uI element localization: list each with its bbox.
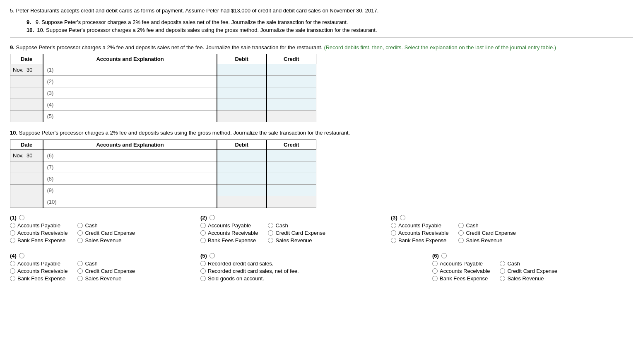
radio-4-main[interactable] [19, 253, 24, 258]
debit-cell-2[interactable] [217, 76, 267, 87]
radio-bank-fees-3[interactable] [391, 238, 396, 243]
radio-credit-card-expense-3[interactable] [458, 230, 464, 236]
debit-cell-4[interactable] [217, 99, 267, 111]
debit-input-1[interactable] [217, 64, 266, 75]
explanation-cell-5[interactable]: (5) [43, 111, 217, 122]
radio-cash-6[interactable] [500, 261, 505, 266]
credit-input-7[interactable] [267, 162, 316, 173]
credit-cell-2[interactable] [267, 76, 316, 87]
debit-cell-9[interactable] [217, 184, 267, 196]
credit-cell-9[interactable] [267, 184, 316, 196]
table-row: (5) [10, 111, 316, 122]
debit-cell-3[interactable] [217, 87, 267, 99]
debit-input-9[interactable] [217, 185, 266, 196]
radio-2-main[interactable] [210, 215, 215, 220]
radio-accounts-payable-2[interactable] [200, 223, 206, 228]
credit-input-1[interactable] [267, 64, 316, 75]
explanation-cell-2[interactable]: (2) [43, 76, 217, 87]
credit-cell-6[interactable] [267, 149, 316, 161]
radio-row: Credit Card Expense [268, 230, 325, 236]
debit-cell-8[interactable] [217, 173, 267, 184]
explanation-cell-6[interactable]: (6) [43, 149, 217, 161]
credit-input-4[interactable] [267, 99, 316, 110]
radio-sales-revenue-2[interactable] [268, 238, 273, 243]
entry-label-5: (5) [45, 112, 55, 120]
radio-sales-revenue-4[interactable] [77, 276, 83, 281]
explanation-cell-8[interactable]: (8) [43, 173, 217, 184]
debit-input-7[interactable] [217, 162, 266, 173]
problem-text: Peter Restaurants accepts credit and deb… [16, 7, 378, 14]
debit-input-4[interactable] [217, 99, 266, 110]
radio-label: Cash [85, 260, 97, 267]
radio-bank-fees-2[interactable] [200, 238, 206, 243]
radio-credit-card-expense-1[interactable] [77, 230, 83, 236]
radio-label: Bank Fees Expense [398, 237, 446, 243]
radio-credit-card-expense-6[interactable] [500, 268, 505, 274]
debit-input-6[interactable] [217, 150, 266, 161]
section9-label: 9. Suppose Peter's processor charges a 2… [10, 43, 633, 52]
explanation-cell-7[interactable]: (7) [43, 161, 217, 173]
radio-row: Sales Revenue [268, 237, 325, 243]
radio-label: Credit Card Expense [275, 230, 325, 236]
credit-cell-8[interactable] [267, 173, 316, 184]
credit-input-2[interactable] [267, 76, 316, 87]
radio-cash-4[interactable] [77, 261, 83, 266]
credit-input-6[interactable] [267, 150, 316, 161]
explanation-cell-3[interactable]: (3) [43, 87, 217, 99]
date-cell-7 [10, 161, 43, 173]
radio-accounts-receivable-6[interactable] [432, 268, 438, 274]
credit-input-8[interactable] [267, 173, 316, 184]
credit-input-3[interactable] [267, 87, 316, 99]
debit-cell-6[interactable] [217, 149, 267, 161]
radio-accounts-payable-1[interactable] [10, 223, 15, 228]
radio-cash-3[interactable] [458, 223, 464, 228]
credit-cell-1[interactable] [267, 64, 316, 76]
radio-row: Cash [77, 260, 135, 267]
explanation-cell-4[interactable]: (4) [43, 99, 217, 111]
radio-accounts-receivable-4[interactable] [10, 268, 15, 274]
radio-5-main[interactable] [210, 253, 215, 258]
radio-row: Bank Fees Expense [391, 237, 448, 243]
option-group-3-col2: Cash Credit Card Expense Sales Revenue [458, 222, 516, 243]
radio-sold-goods-5[interactable] [200, 276, 206, 281]
debit-cell-1[interactable] [217, 64, 267, 76]
radio-sales-revenue-3[interactable] [458, 238, 464, 243]
radio-accounts-payable-6[interactable] [432, 261, 438, 266]
radio-credit-card-expense-2[interactable] [268, 230, 273, 236]
radio-accounts-receivable-2[interactable] [200, 230, 206, 236]
option-group-2-num: (2) [200, 215, 207, 221]
radio-label: Accounts Payable [440, 260, 483, 267]
credit-cell-7[interactable] [267, 161, 316, 173]
debit-cell-7[interactable] [217, 161, 267, 173]
divider [10, 37, 633, 38]
radio-bank-fees-1[interactable] [10, 238, 15, 243]
radio-6-main[interactable] [441, 253, 447, 258]
radio-accounts-receivable-3[interactable] [391, 230, 396, 236]
explanation-cell-10[interactable]: (10) [43, 196, 217, 207]
radio-accounts-payable-4[interactable] [10, 261, 15, 266]
radio-accounts-receivable-1[interactable] [10, 230, 15, 236]
radio-1-main[interactable] [19, 215, 24, 220]
radio-sales-revenue-1[interactable] [77, 238, 83, 243]
table-row: (4) [10, 99, 316, 111]
entry-label-4: (4) [45, 101, 55, 108]
radio-credit-card-expense-4[interactable] [77, 268, 83, 274]
credit-cell-3[interactable] [267, 87, 316, 99]
credit-input-9[interactable] [267, 185, 316, 196]
radio-bank-fees-6[interactable] [432, 276, 438, 281]
radio-cash-1[interactable] [77, 223, 83, 228]
radio-recorded-cc-sales-5[interactable] [200, 261, 206, 266]
debit-input-8[interactable] [217, 173, 266, 184]
debit-input-3[interactable] [217, 87, 266, 99]
explanation-cell-9[interactable]: (9) [43, 184, 217, 196]
option-group-2-col2: Cash Credit Card Expense Sales Revenue [268, 222, 325, 243]
radio-recorded-cc-sales-net-5[interactable] [200, 268, 206, 274]
credit-cell-4[interactable] [267, 99, 316, 111]
radio-sales-revenue-6[interactable] [500, 276, 505, 281]
radio-cash-2[interactable] [268, 223, 273, 228]
radio-bank-fees-4[interactable] [10, 276, 15, 281]
radio-3-main[interactable] [400, 215, 405, 220]
explanation-cell-1[interactable]: (1) [43, 64, 217, 76]
debit-input-2[interactable] [217, 76, 266, 87]
radio-accounts-payable-3[interactable] [391, 223, 396, 228]
